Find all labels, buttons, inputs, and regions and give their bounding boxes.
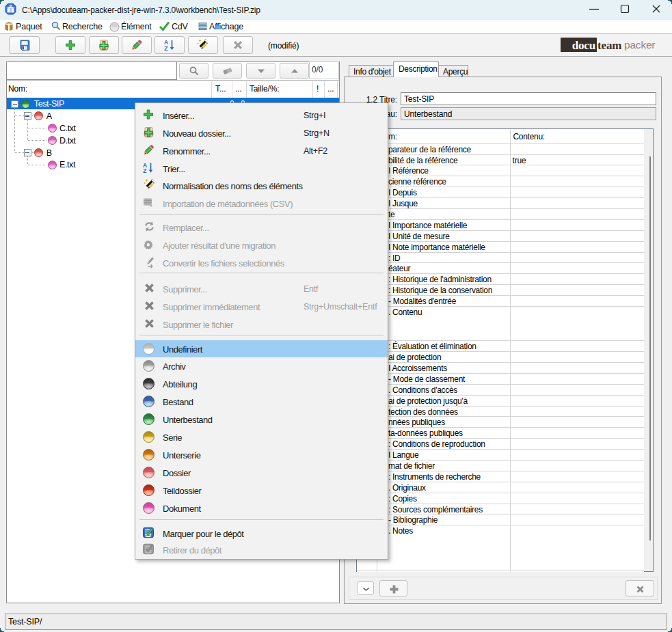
svg-text:Z: Z: [164, 45, 167, 51]
svg-text:Z: Z: [143, 167, 146, 174]
